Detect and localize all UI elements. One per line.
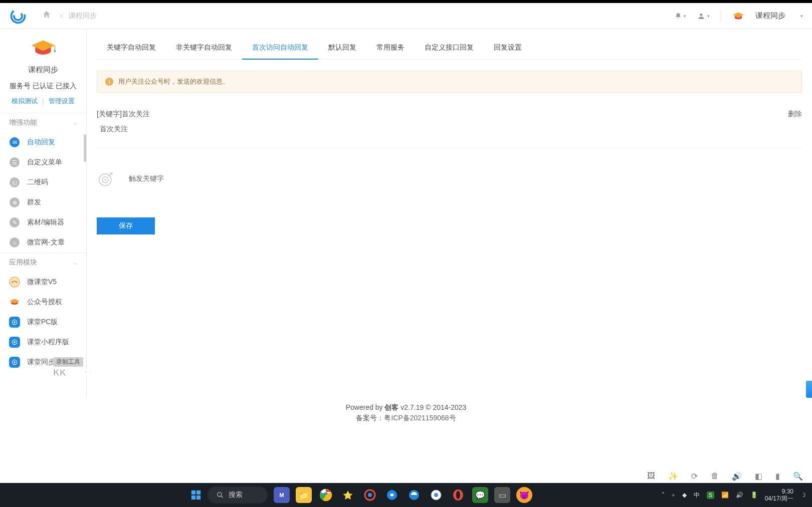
- taskbar-clock[interactable]: 9:30 04/17/周一: [765, 488, 793, 502]
- taskbar-app-3[interactable]: [384, 487, 400, 503]
- taskbar-file-explorer[interactable]: 📁: [296, 487, 312, 503]
- clock-date: 04/17/周一: [765, 495, 793, 502]
- svg-rect-15: [191, 490, 195, 494]
- taskbar-app-4[interactable]: [406, 487, 422, 503]
- caret-down-icon: ▾: [684, 14, 686, 19]
- tab-first-visit-autoreply[interactable]: 首次访问自动回复: [242, 38, 318, 59]
- sidebar-item-micro-course[interactable]: 微课堂V5: [0, 272, 86, 292]
- sparkle-icon[interactable]: ✨: [668, 471, 678, 481]
- side-tab-button[interactable]: [806, 381, 812, 398]
- sidebar-header: 课程同步 服务号 已认证 已接入 模拟测试 | 管理设置: [0, 29, 86, 113]
- section-label: 应用模块: [9, 258, 37, 267]
- sidebar-item-miniprogram[interactable]: 课堂小程序版: [0, 332, 86, 352]
- breadcrumb: › 课程同步: [56, 12, 97, 21]
- notifications-button[interactable]: ▾: [675, 13, 686, 20]
- home-icon[interactable]: [42, 10, 51, 22]
- trigger-label: 触发关键字: [129, 174, 164, 183]
- footer: Powered by 创客 v2.7.19 © 2014-2023 备案号：粤I…: [0, 402, 812, 423]
- tab-custom-api-reply[interactable]: 自定义接口回复: [415, 38, 484, 59]
- delete-button[interactable]: 删除: [788, 110, 802, 119]
- svg-point-1: [14, 12, 22, 20]
- trash-icon[interactable]: 🗑: [711, 471, 719, 480]
- search-placeholder: 搜索: [229, 490, 243, 499]
- tab-keyword-autoreply[interactable]: 关键字自动回复: [97, 38, 166, 59]
- volume-icon[interactable]: 🔊: [732, 471, 742, 481]
- pc-icon: [9, 317, 20, 328]
- sidebar-section-app-modules[interactable]: 应用模块 ⌵: [0, 252, 86, 272]
- app-selector[interactable]: 课程同步: [755, 11, 785, 21]
- sidebar-section-enhanced[interactable]: 增强功能 ⌵: [0, 113, 86, 132]
- image-icon[interactable]: 🖼: [647, 471, 655, 480]
- keyword-row: [关键字]首次关注 删除: [97, 110, 802, 119]
- sidebar-item-custom-menu[interactable]: ☰ 自定义菜单: [0, 152, 86, 172]
- auth-icon: [9, 297, 20, 308]
- tray-app-icon-2[interactable]: S: [707, 491, 714, 499]
- taskbar-wechat[interactable]: 💬: [472, 487, 488, 503]
- tab-reply-settings[interactable]: 回复设置: [484, 38, 532, 59]
- sidebar-item-qrcode[interactable]: ◱ 二维码: [0, 172, 86, 192]
- top-header: › 课程同步 ▾ ▾ 课程同步 ▾: [0, 3, 812, 29]
- tab-non-keyword-autoreply[interactable]: 非关键字自动回复: [166, 38, 242, 59]
- sidebar-item-autoreply[interactable]: ✉ 自动回复: [0, 132, 86, 152]
- caret-down-icon: ▾: [707, 14, 710, 19]
- svg-point-19: [218, 492, 222, 496]
- taskbar-search[interactable]: 搜索: [208, 486, 268, 503]
- svg-line-20: [221, 496, 223, 498]
- taskbar-chrome[interactable]: [318, 487, 334, 503]
- footer-version: v2.7.19 © 2014-2023: [398, 403, 466, 411]
- graduation-cap-icon: [732, 12, 744, 21]
- sidebar-item-label: 课堂PC版: [27, 318, 58, 327]
- user-menu-button[interactable]: ▾: [697, 12, 710, 20]
- tabs: 关键字自动回复 非关键字自动回复 首次访问自动回复 默认回复 常用服务 自定义接…: [97, 29, 802, 60]
- bar-icon[interactable]: ▮: [775, 471, 780, 481]
- tray-volume-icon[interactable]: 🔊: [736, 491, 743, 498]
- svg-point-28: [434, 493, 438, 497]
- taskbar-opera[interactable]: [450, 487, 466, 503]
- section-label: 增强功能: [9, 118, 37, 127]
- sidebar-item-material[interactable]: ✎ 素材/编辑器: [0, 212, 86, 232]
- target-icon: [97, 170, 114, 187]
- caret-down-icon: ▾: [800, 14, 803, 19]
- chevron-down-icon: ⌵: [74, 260, 77, 266]
- tray-wechat-icon[interactable]: ●: [672, 491, 675, 498]
- footer-icp-link[interactable]: 粤ICP备2021159068号: [384, 414, 456, 422]
- ime-indicator[interactable]: 中: [694, 491, 700, 499]
- tab-default-reply[interactable]: 默认回复: [318, 38, 366, 59]
- sidebar-item-site-article[interactable]: ⌂ 微官网-文章: [0, 232, 86, 252]
- tray-expand-icon[interactable]: ˄: [662, 491, 665, 498]
- taskbar-app-6[interactable]: 😈: [516, 487, 532, 503]
- link-simulate-test[interactable]: 模拟测试: [12, 97, 38, 105]
- scrollbar-thumb[interactable]: [84, 134, 86, 162]
- refresh-icon[interactable]: ⟳: [691, 471, 698, 481]
- sidebar-item-pc-version[interactable]: 课堂PC版: [0, 312, 86, 332]
- svg-point-24: [368, 493, 372, 497]
- taskbar-app-2[interactable]: [362, 487, 378, 503]
- graduation-cap-icon: [30, 39, 56, 57]
- sidebar-item-mp-auth[interactable]: 公众号授权: [0, 292, 86, 312]
- alert-text: 用户关注公众号时，发送的欢迎信息。: [118, 77, 229, 86]
- chevron-down-icon: ⌵: [74, 120, 77, 126]
- sidebar-item-broadcast[interactable]: ⊕ 群发: [0, 192, 86, 212]
- taskbar-app-star[interactable]: ⭐: [340, 487, 356, 503]
- chat-icon: ✉: [9, 137, 20, 148]
- save-button[interactable]: 保存: [97, 217, 155, 234]
- panel-icon[interactable]: ◧: [755, 471, 762, 481]
- search-icon[interactable]: 🔍: [793, 471, 803, 481]
- taskbar-chrome-2[interactable]: [428, 487, 444, 503]
- link-manage-settings[interactable]: 管理设置: [49, 97, 75, 105]
- sidebar-item-label: 自定义菜单: [27, 158, 62, 167]
- separator: |: [42, 97, 44, 105]
- tray-battery-icon[interactable]: 🔋: [750, 491, 758, 498]
- search-icon: [217, 491, 224, 498]
- info-icon: i: [105, 78, 113, 86]
- system-tray-row: 🖼 ✨ ⟳ 🗑 🔊 ◧ ▮ 🔍: [0, 469, 812, 483]
- tray-wifi-icon[interactable]: 📶: [721, 491, 729, 498]
- tray-moon-icon[interactable]: ☽: [800, 491, 806, 498]
- tab-common-services[interactable]: 常用服务: [366, 38, 415, 59]
- tray-app-icon[interactable]: ◆: [682, 491, 687, 498]
- taskbar-app-1[interactable]: M: [274, 487, 290, 503]
- windows-start-button[interactable]: [190, 489, 201, 500]
- sidebar-item-label: 公众号授权: [27, 298, 62, 307]
- chevron-right-icon: ›: [60, 12, 63, 20]
- taskbar-app-5[interactable]: ▭: [494, 487, 510, 503]
